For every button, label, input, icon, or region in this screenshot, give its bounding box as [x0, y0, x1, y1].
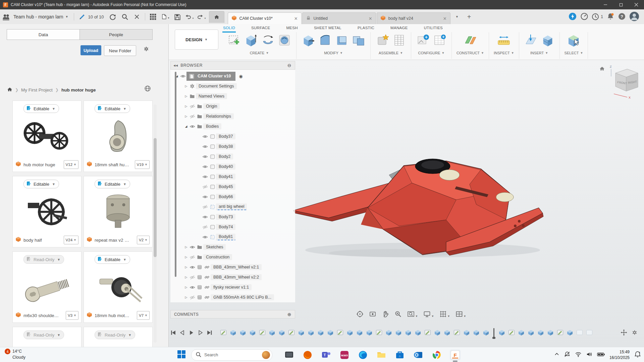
orbit-icon[interactable] [356, 310, 364, 318]
ribbon-tab-surface[interactable]: SURFACE [251, 25, 271, 33]
visibility-eye-icon[interactable] [189, 275, 196, 280]
visibility-eye-icon[interactable] [189, 114, 196, 119]
expand-arrow-icon[interactable]: ▷ [184, 245, 189, 249]
volume-icon[interactable] [586, 351, 593, 359]
ribbon-group-label[interactable]: INSPECT▼ [494, 51, 514, 55]
browser-node[interactable]: ▷Named Views [170, 91, 295, 101]
timeline-step-forward-icon[interactable] [198, 330, 203, 337]
visibility-eye-icon[interactable] [189, 254, 196, 260]
close-panel-icon[interactable] [132, 12, 142, 22]
browser-node-label[interactable]: Construction [203, 254, 232, 260]
do-not-disturb-icon[interactable] [564, 351, 571, 359]
browser-node[interactable]: Body74 [170, 222, 295, 232]
viewcube-home-icon[interactable] [599, 66, 605, 73]
close-icon[interactable]: ✕ [294, 16, 298, 21]
version-dropdown[interactable]: V7▼ [137, 311, 150, 320]
browser-node-label[interactable]: Bodies [203, 123, 221, 129]
add-comment-icon[interactable]: ⊕ [287, 312, 291, 317]
help-icon[interactable]: ? [618, 12, 626, 21]
access-badge[interactable]: Read-Only ▼ [95, 330, 135, 339]
revolve-icon[interactable] [261, 33, 275, 49]
search-icon[interactable] [120, 12, 130, 22]
tray-chevron-up-icon[interactable] [554, 352, 559, 358]
visibility-eye-icon[interactable] [189, 264, 196, 270]
look-at-icon[interactable] [369, 310, 376, 318]
grid-settings-icon[interactable]: ▼ [439, 310, 450, 318]
timeline-skip-start-icon[interactable] [170, 330, 176, 337]
edge-app-icon[interactable] [358, 350, 368, 360]
visibility-eye-icon[interactable] [201, 214, 209, 220]
access-badge[interactable]: Editable ▼ [23, 104, 59, 113]
insert-derive-icon[interactable] [524, 33, 538, 49]
item-name[interactable]: hub motor huge [23, 162, 55, 167]
breadcrumb-folder[interactable]: hub motor huge [61, 87, 96, 93]
notifications-icon[interactable] [606, 12, 614, 21]
m365-app-icon[interactable]: M365 [339, 350, 350, 360]
timeline-step-back-icon[interactable] [179, 330, 185, 337]
browser-node-label[interactable]: flysky reciever v1:1 [211, 284, 252, 290]
timeline-feature-extrude[interactable] [317, 329, 324, 338]
browser-node-label[interactable]: Relationships [203, 113, 234, 119]
item-thumbnail-single-wheel[interactable] [16, 190, 78, 233]
browser-node-label[interactable]: Body38 [216, 143, 235, 149]
access-badge[interactable]: Editable ▼ [95, 255, 130, 264]
taskbar-search[interactable]: Search [191, 349, 272, 361]
version-history-icon[interactable]: 1 [592, 13, 603, 21]
visibility-eye-icon[interactable] [189, 295, 196, 300]
firefox-app-icon[interactable] [302, 350, 313, 360]
browser-node[interactable]: ◢Bodies [170, 121, 295, 131]
browser-node[interactable]: ▷Relationships [170, 111, 295, 121]
timeline-feature-extrude[interactable] [443, 329, 451, 338]
visibility-eye-icon[interactable] [201, 144, 209, 149]
browser-node-label[interactable]: Body73 [216, 214, 235, 220]
data-panel-toggle-icon[interactable] [1, 12, 11, 22]
expand-arrow-icon[interactable]: ▷ [184, 296, 189, 299]
document-tab[interactable]: CAM Cluster v10* ✕ [228, 12, 302, 24]
timeline-feature-sketch[interactable] [508, 329, 515, 338]
timeline-feature-extrude[interactable] [482, 329, 490, 338]
visibility-eye-icon[interactable] [201, 204, 209, 210]
expand-arrow-icon[interactable]: ▷ [184, 286, 189, 289]
timeline-feature-sketch[interactable] [336, 329, 344, 338]
undo-icon[interactable]: ▼ [184, 12, 195, 22]
timeline-feature-extrude[interactable] [298, 329, 305, 338]
version-dropdown[interactable]: V2▼ [137, 236, 150, 244]
access-badge[interactable]: Editable ▼ [95, 104, 130, 113]
extrude-icon[interactable] [244, 33, 258, 49]
pan-icon[interactable] [382, 310, 389, 318]
new-component-icon[interactable] [375, 33, 389, 49]
workspace-selector[interactable]: DESIGN▼ [175, 29, 218, 50]
refresh-icon[interactable] [108, 12, 118, 22]
construction-plane-icon[interactable] [463, 33, 477, 49]
new-tab-button[interactable]: + [464, 12, 474, 22]
create-sketch-icon[interactable] [227, 33, 241, 49]
visibility-eye-icon[interactable] [201, 234, 209, 240]
version-dropdown[interactable]: V24▼ [64, 236, 78, 244]
ribbon-group-label[interactable]: ASSEMBLE▼ [379, 51, 403, 55]
visibility-eye-icon[interactable] [189, 285, 196, 290]
browser-node-label[interactable]: Body2 [216, 154, 233, 160]
weather-widget[interactable]: 4 14°C Cloudy [5, 348, 25, 360]
timeline-feature-extrude[interactable] [327, 329, 334, 338]
browser-node[interactable]: Body81 [170, 232, 295, 242]
tab-data[interactable]: Data [7, 29, 80, 40]
select-icon[interactable] [566, 33, 581, 49]
access-badge[interactable]: Editable ▼ [23, 180, 59, 188]
browser-header[interactable]: ◀◀ BROWSER ⊖ [170, 61, 295, 70]
browser-node-label[interactable]: Body40 [216, 164, 235, 170]
browser-minimize-icon[interactable]: ⊖ [287, 63, 291, 68]
home-icon[interactable] [7, 86, 12, 93]
home-tab[interactable] [209, 11, 224, 23]
document-tab[interactable]: Untitled ✕ [302, 12, 376, 24]
browser-root-label[interactable]: CAM Cluster v10 [186, 72, 235, 81]
item-name[interactable]: 18mm shaft hub... [95, 162, 131, 167]
timeline-feature-extrude[interactable] [249, 329, 256, 338]
press-pull-icon[interactable] [301, 33, 315, 49]
chrome-app-icon[interactable] [431, 350, 442, 360]
timeline-position-marker[interactable] [493, 328, 494, 338]
configuration-icon[interactable] [416, 33, 430, 49]
item-name[interactable]: repeat max v2 C... [95, 238, 131, 243]
timeline-feature-extrude[interactable] [278, 329, 285, 338]
timeline-feature-sketch[interactable] [424, 329, 431, 338]
item-thumbnail-gear-shaft[interactable] [87, 266, 149, 309]
